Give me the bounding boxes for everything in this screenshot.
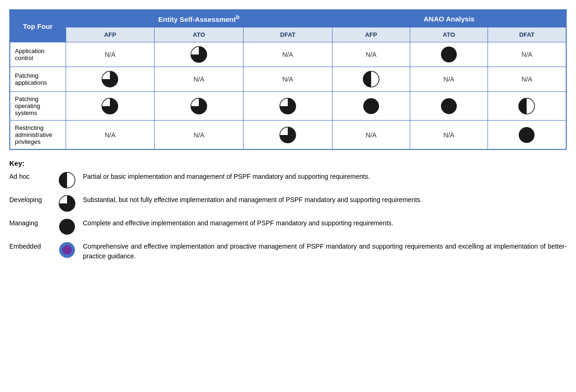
key-row-managing: Managing Complete and effective implemen… (9, 218, 567, 235)
cell-r1-c1 (66, 67, 155, 92)
na-value: N/A (105, 131, 115, 139)
managing-icon (337, 98, 405, 115)
cell-r3-c2: N/A (155, 121, 244, 150)
developing-icon (159, 98, 238, 115)
key-icon-managing (59, 218, 75, 235)
header-anao-group: ANAO Analysis (332, 10, 566, 27)
cell-r2-c1 (66, 92, 155, 121)
cell-r0-c6: N/A (488, 42, 566, 67)
subheader-anao-afp: AFP (332, 27, 410, 42)
developing-icon (71, 98, 150, 115)
key-row-developing: Developing Substantial, but not fully ef… (9, 195, 567, 212)
cell-r2-c5 (410, 92, 488, 121)
key-title: Key: (9, 159, 567, 167)
main-table: Top Four Entity Self-Assessmentb ANAO An… (9, 9, 567, 150)
na-value: N/A (443, 131, 454, 139)
cell-r2-c2 (155, 92, 244, 121)
svg-point-14 (59, 219, 75, 235)
key-row-ad hoc: Ad hoc Partial or basic implementation a… (9, 172, 567, 189)
subheader-anao-dfat: DFAT (488, 27, 566, 42)
header-entity-group: Entity Self-Assessmentb (66, 10, 332, 27)
cell-r0-c5 (410, 42, 488, 67)
key-label-1: Developing (9, 195, 51, 203)
developing-icon (159, 46, 238, 63)
svg-point-7 (363, 98, 379, 114)
cell-r3-c1: N/A (66, 121, 155, 150)
na-value: N/A (282, 75, 293, 83)
cell-r3-c6 (488, 121, 566, 150)
adhoc-icon (493, 98, 561, 115)
subheader-entity-afp: AFP (66, 27, 155, 42)
na-value: N/A (194, 131, 204, 139)
cell-r0-c2 (155, 42, 244, 67)
key-description-1: Substantial, but not fully effective imp… (83, 195, 567, 205)
na-value: N/A (366, 131, 376, 139)
row-label-2: Patching operating systems (10, 92, 66, 121)
adhoc-icon (337, 71, 405, 88)
na-value: N/A (522, 75, 532, 83)
key-icon-embedded (59, 242, 75, 258)
cell-r1-c4 (332, 67, 410, 92)
developing-icon (71, 71, 150, 88)
cell-r1-c3: N/A (244, 67, 332, 92)
cell-r3-c4: N/A (332, 121, 410, 150)
na-value: N/A (105, 51, 115, 58)
key-section: Key: Ad hoc Partial or basic implementat… (9, 159, 567, 261)
table-row: Patching applications N/AN/A N/AN/A (10, 67, 566, 92)
na-value: N/A (443, 75, 454, 83)
cell-r2-c3 (244, 92, 332, 121)
managing-icon (493, 127, 561, 143)
svg-point-1 (441, 47, 457, 62)
key-label-0: Ad hoc (9, 172, 51, 180)
svg-point-8 (441, 98, 457, 114)
subheader-entity-ato: ATO (155, 27, 244, 42)
table-row: Application controlN/A N/AN/AN/A (10, 42, 566, 67)
cell-r3-c5: N/A (410, 121, 488, 150)
na-value: N/A (522, 51, 532, 58)
subheader-entity-dfat: DFAT (244, 27, 332, 42)
key-description-3: Comprehensive and effective implementati… (83, 242, 567, 261)
key-description-0: Partial or basic implementation and mana… (83, 172, 567, 182)
key-row-embedded: Embedded Comprehensive and effective imp… (9, 242, 567, 261)
cell-r1-c5: N/A (410, 67, 488, 92)
na-value: N/A (194, 75, 204, 83)
key-label-3: Embedded (9, 242, 51, 250)
svg-point-16 (62, 245, 72, 255)
na-value: N/A (282, 51, 293, 58)
header-top-four: Top Four (10, 10, 66, 42)
row-label-1: Patching applications (10, 67, 66, 92)
svg-point-11 (519, 127, 535, 143)
developing-icon (248, 127, 327, 143)
table-row: Restricting administrative privilegesN/A… (10, 121, 566, 150)
managing-icon (415, 46, 483, 63)
cell-r1-c2: N/A (155, 67, 244, 92)
key-icon-adhoc (59, 172, 75, 189)
row-label-3: Restricting administrative privileges (10, 121, 66, 150)
subheader-anao-ato: ATO (410, 27, 488, 42)
cell-r0-c1: N/A (66, 42, 155, 67)
table-row: Patching operating systems (10, 92, 566, 121)
cell-r0-c4: N/A (332, 42, 410, 67)
developing-icon (248, 98, 327, 115)
cell-r3-c3 (244, 121, 332, 150)
key-icon-developing (59, 195, 75, 212)
cell-r2-c6 (488, 92, 566, 121)
key-label-2: Managing (9, 218, 51, 227)
row-label-0: Application control (10, 42, 66, 67)
cell-r2-c4 (332, 92, 410, 121)
cell-r1-c6: N/A (488, 67, 566, 92)
cell-r0-c3: N/A (244, 42, 332, 67)
na-value: N/A (366, 51, 376, 58)
managing-icon (415, 98, 483, 115)
key-description-2: Complete and effective implementation an… (83, 218, 567, 228)
